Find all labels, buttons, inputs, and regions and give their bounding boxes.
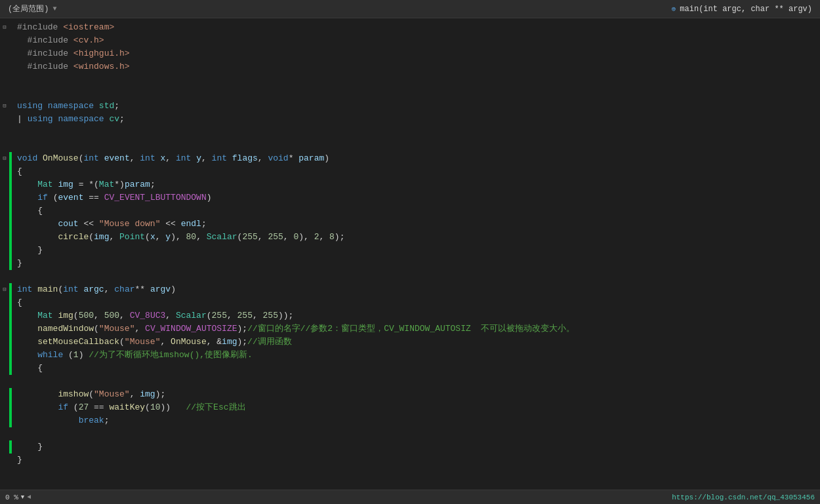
line-content: setMouseCallback("Mouse", OnMouse, &img)… bbox=[12, 336, 820, 349]
line-content: | using namespace cv; bbox=[12, 113, 820, 126]
line-content bbox=[12, 73, 820, 87]
function-selector[interactable]: ⊕ main(int argc, char ** argv) bbox=[672, 5, 812, 14]
code-line: if (27 == waitKey(10)) //按下Esc跳出 bbox=[0, 401, 820, 414]
line-content: { bbox=[12, 362, 820, 375]
line-content: if (27 == waitKey(10)) //按下Esc跳出 bbox=[12, 401, 820, 414]
line-content: } bbox=[12, 454, 820, 467]
line-content: int main(int argc, char** argv) bbox=[12, 283, 820, 296]
code-line: circle(img, Point(x, y), 80, Scalar(255,… bbox=[0, 231, 820, 244]
scope-selector[interactable]: (全局范围) ▼ bbox=[8, 3, 56, 14]
bottom-bar: 0 % ▼ ◄ https://blog.csdn.net/qq_4305345… bbox=[0, 490, 820, 504]
line-content: cout << "Mouse down" << endl; bbox=[12, 218, 820, 231]
top-bar: (全局范围) ▼ ⊕ main(int argc, char ** argv) bbox=[0, 0, 820, 18]
line-content: #include <iostream> bbox=[12, 21, 820, 34]
line-content: #include <windows.h> bbox=[12, 60, 820, 73]
code-line: { bbox=[0, 165, 820, 178]
scope-text: (全局范围) bbox=[8, 3, 49, 14]
line-content: imshow("Mouse", img); bbox=[12, 388, 820, 401]
line-content bbox=[12, 270, 820, 283]
code-line: { bbox=[0, 362, 820, 375]
code-line: ⊟ using namespace std; bbox=[0, 100, 820, 113]
line-content: circle(img, Point(x, y), 80, Scalar(255,… bbox=[12, 231, 820, 244]
code-line bbox=[0, 126, 820, 139]
code-line: #include <highgui.h> bbox=[0, 47, 820, 60]
line-content: break; bbox=[12, 414, 820, 427]
line-content: { bbox=[12, 165, 820, 178]
code-line: { bbox=[0, 296, 820, 309]
line-content: } bbox=[12, 257, 820, 270]
scope-dropdown-arrow[interactable]: ▼ bbox=[52, 5, 56, 12]
code-line: { bbox=[0, 204, 820, 218]
code-line bbox=[0, 87, 820, 100]
line-content bbox=[12, 139, 820, 152]
code-line: } bbox=[0, 454, 820, 467]
code-line: if (event == CV_EVENT_LBUTTONDOWN) bbox=[0, 191, 820, 204]
bottom-right: https://blog.csdn.net/qq_43053456 bbox=[672, 494, 815, 501]
zoom-level: 0 % bbox=[5, 494, 18, 501]
code-line bbox=[0, 270, 820, 283]
code-line: ⊟ int main(int argc, char** argv) bbox=[0, 283, 820, 296]
code-line bbox=[0, 427, 820, 440]
code-line: namedWindow("Mouse", CV_WINDOW_AUTOSIZE)… bbox=[0, 322, 820, 336]
code-line: | using namespace cv; bbox=[0, 113, 820, 126]
fold-indicator[interactable]: ⊟ bbox=[0, 283, 9, 296]
code-line: } bbox=[0, 440, 820, 454]
line-content: } bbox=[12, 440, 820, 454]
line-content: { bbox=[12, 204, 820, 218]
line-content: } bbox=[12, 244, 820, 257]
code-line: cout << "Mouse down" << endl; bbox=[0, 218, 820, 231]
line-content: using namespace std; bbox=[12, 100, 820, 113]
code-line: setMouseCallback("Mouse", OnMouse, &img)… bbox=[0, 336, 820, 349]
code-line: while (1) //为了不断循环地imshow(),使图像刷新. bbox=[0, 349, 820, 362]
code-line bbox=[0, 375, 820, 388]
line-content bbox=[12, 87, 820, 100]
function-icon: ⊕ bbox=[672, 5, 676, 13]
line-content: void OnMouse(int event, int x, int y, in… bbox=[12, 152, 820, 165]
line-content: while (1) //为了不断循环地imshow(),使图像刷新. bbox=[12, 349, 820, 362]
line-content: Mat img(500, 500, CV_8UC3, Scalar(255, 2… bbox=[12, 309, 820, 322]
fold-indicator[interactable]: ⊟ bbox=[0, 100, 9, 113]
code-line bbox=[0, 139, 820, 152]
code-line: ⊟ #include <iostream> bbox=[0, 21, 820, 34]
code-line: break; bbox=[0, 414, 820, 427]
code-line: #include <cv.h> bbox=[0, 34, 820, 47]
line-content bbox=[12, 126, 820, 139]
zoom-dropdown[interactable]: ▼ bbox=[21, 494, 24, 501]
code-line: imshow("Mouse", img); bbox=[0, 388, 820, 401]
line-content bbox=[12, 427, 820, 440]
line-content: if (event == CV_EVENT_LBUTTONDOWN) bbox=[12, 191, 820, 204]
code-line: #include <windows.h> bbox=[0, 60, 820, 73]
url-text: https://blog.csdn.net/qq_43053456 bbox=[672, 494, 815, 501]
code-line: } bbox=[0, 244, 820, 257]
bottom-left: 0 % ▼ ◄ bbox=[5, 494, 31, 501]
line-content: { bbox=[12, 296, 820, 309]
line-content: #include <cv.h> bbox=[12, 34, 820, 47]
code-line: ⊟ void OnMouse(int event, int x, int y, … bbox=[0, 152, 820, 165]
line-content: namedWindow("Mouse", CV_WINDOW_AUTOSIZE)… bbox=[12, 322, 820, 336]
code-line: Mat img = *(Mat*)param; bbox=[0, 178, 820, 191]
line-content bbox=[12, 375, 820, 388]
fold-indicator[interactable]: ⊟ bbox=[0, 21, 9, 34]
code-line: Mat img(500, 500, CV_8UC3, Scalar(255, 2… bbox=[0, 309, 820, 322]
scroll-left-arrow[interactable]: ◄ bbox=[27, 494, 31, 501]
fold-indicator[interactable]: ⊟ bbox=[0, 152, 9, 165]
function-text: main(int argc, char ** argv) bbox=[680, 5, 812, 14]
code-line bbox=[0, 73, 820, 87]
code-line: } bbox=[0, 257, 820, 270]
line-content: #include <highgui.h> bbox=[12, 47, 820, 60]
line-content: Mat img = *(Mat*)param; bbox=[12, 178, 820, 191]
code-editor[interactable]: ⊟ #include <iostream> #include <cv.h> #i… bbox=[0, 18, 820, 490]
